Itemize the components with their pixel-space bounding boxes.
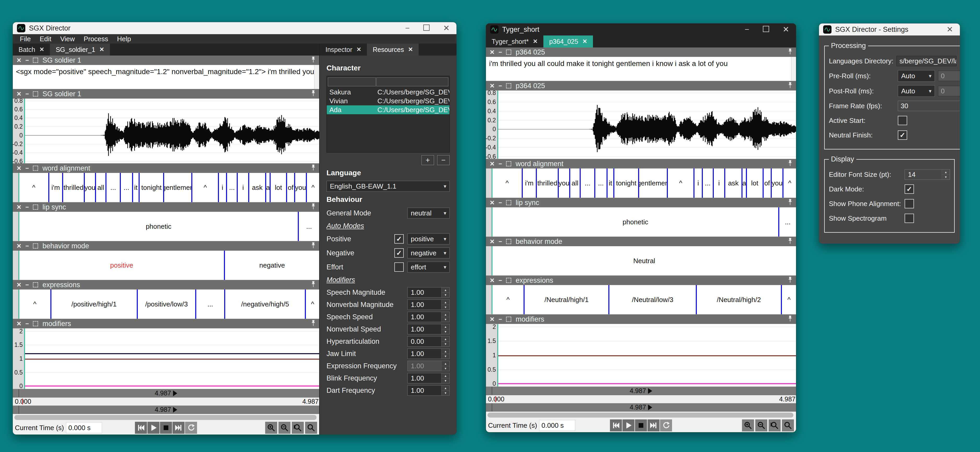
panel-expand-icon[interactable] xyxy=(33,91,38,97)
spin-down-icon[interactable]: ▾ xyxy=(442,293,449,298)
spin-up-icon[interactable]: ▴ xyxy=(442,349,449,354)
scrollbar[interactable] xyxy=(314,65,319,89)
track-segment[interactable]: ^ xyxy=(493,285,525,314)
modifier-spinbox[interactable]: 1.00▴▾ xyxy=(407,312,450,322)
panel-minimize-icon[interactable]: − xyxy=(25,204,29,210)
pin-icon[interactable] xyxy=(788,315,792,324)
track-segment[interactable]: a xyxy=(266,173,270,202)
track-segment[interactable]: ... xyxy=(703,168,714,198)
spin-down-icon[interactable]: ▾ xyxy=(442,305,449,310)
panel-close-icon[interactable]: ✕ xyxy=(490,316,495,322)
track-segment[interactable]: gentlemen xyxy=(164,173,192,202)
modifier-spinbox[interactable]: 1.00▴▾ xyxy=(407,349,450,359)
tab-close-icon[interactable]: ✕ xyxy=(533,38,538,45)
browse-folder-button[interactable] xyxy=(959,56,960,67)
show-spectrogram-checkbox[interactable]: ✓ xyxy=(905,214,914,223)
panel-minimize-icon[interactable]: − xyxy=(498,200,502,206)
track-segment[interactable]: ^ xyxy=(782,285,796,314)
panel-close-icon[interactable]: ✕ xyxy=(16,282,21,288)
skip-start-button[interactable] xyxy=(135,422,147,434)
loop-row-bottom[interactable]: 4.987 xyxy=(486,403,796,412)
spin-up-icon[interactable]: ▴ xyxy=(442,385,449,391)
text-editor-sg-soldier-1[interactable]: <sgx mode="positive" speech_magnitude="1… xyxy=(13,65,319,89)
track-segment[interactable]: thrilled xyxy=(63,173,85,202)
character-row[interactable]: SakuraC:/Users/berge/SG_DEV/SG_Characte.… xyxy=(327,88,449,97)
panel-expand-icon[interactable] xyxy=(33,243,38,249)
track-segment[interactable]: it xyxy=(133,173,140,202)
skip-start-button[interactable] xyxy=(610,419,622,431)
menu-item-edit[interactable]: Edit xyxy=(35,35,56,43)
track-segment[interactable]: of xyxy=(287,173,295,202)
document-tab-tyger-short-[interactable]: Tyger_short*✕ xyxy=(486,35,543,48)
track-segment[interactable]: you xyxy=(295,173,307,202)
track-segment[interactable]: /negative/high/5 xyxy=(225,290,306,319)
spinner-arrows[interactable]: ▴▾ xyxy=(441,385,449,395)
tab-close-icon[interactable]: ✕ xyxy=(99,46,104,53)
spin-up-icon[interactable]: ▴ xyxy=(442,312,449,317)
track-lip-sync[interactable]: phonetic... xyxy=(13,212,319,241)
languages-directory-input[interactable]: s/berge/SG_DEV/languages xyxy=(896,56,956,66)
pin-icon[interactable] xyxy=(311,320,315,328)
skip-end-button[interactable] xyxy=(172,422,185,434)
text-editor-p364-025[interactable]: i'm thrilled you all could make it tonig… xyxy=(486,57,796,81)
panel-close-icon[interactable]: ✕ xyxy=(490,161,495,167)
waveform-panel-sg-soldier-1[interactable]: 0.80.60.40.20-0.2-0.4-0.6 xyxy=(13,98,319,163)
track-segment[interactable]: /Neutral/low/3 xyxy=(609,285,697,314)
track-segment[interactable]: ... xyxy=(121,173,133,202)
playhead[interactable] xyxy=(498,324,498,387)
maximize-button[interactable] xyxy=(423,24,430,32)
waveform-panel-p364-025[interactable]: 0.80.60.40.20-0.2-0.4-0.6 xyxy=(486,90,796,159)
pin-icon[interactable] xyxy=(788,160,792,168)
zoom-out-button[interactable] xyxy=(278,422,291,434)
track-segment[interactable]: positive xyxy=(19,251,225,280)
track-segment[interactable]: ... xyxy=(107,173,121,202)
waveform-plot[interactable] xyxy=(498,90,796,159)
track-segment[interactable]: ^ xyxy=(307,173,319,202)
track-segment[interactable]: a xyxy=(743,168,747,198)
spinner-arrows[interactable]: ▴▾ xyxy=(441,336,449,346)
current-time-input[interactable]: 0.000 s xyxy=(539,420,575,431)
panel-minimize-icon[interactable]: − xyxy=(25,57,29,63)
show-phone-alignment-checkbox[interactable]: ✓ xyxy=(905,199,914,208)
spin-up-icon[interactable]: ▴ xyxy=(442,300,449,305)
panel-expand-icon[interactable] xyxy=(33,321,38,326)
modifiers-track[interactable]: 21.510.50 xyxy=(13,328,319,389)
menu-item-process[interactable]: Process xyxy=(80,35,113,43)
track-segment[interactable]: i'm xyxy=(49,173,63,202)
track-segment[interactable]: ^ xyxy=(668,168,695,198)
close-button[interactable]: ✕ xyxy=(443,24,450,32)
tab-close-icon[interactable]: ✕ xyxy=(40,46,44,53)
auto-mode-checkbox[interactable]: ✓ xyxy=(395,234,404,244)
zoom-fit-button[interactable] xyxy=(292,422,304,434)
modifier-spinbox[interactable]: 0.00▴▾ xyxy=(407,336,450,347)
panel-minimize-icon[interactable]: − xyxy=(498,49,502,55)
modifier-spinbox[interactable]: 1.00▴▾ xyxy=(407,324,450,335)
pin-icon[interactable] xyxy=(788,48,792,56)
track-segment[interactable]: ... xyxy=(779,207,796,236)
modifiers-plot[interactable] xyxy=(498,324,796,387)
track-segment[interactable]: ... xyxy=(227,173,238,202)
spin-up-icon[interactable]: ▴ xyxy=(442,373,449,379)
auto-mode-checkbox[interactable]: ✓ xyxy=(395,262,404,272)
loop-row-top[interactable]: 4.987 xyxy=(13,389,319,398)
track-segment[interactable]: lot xyxy=(747,168,764,198)
panel-expand-icon[interactable] xyxy=(33,58,38,63)
language-select[interactable]: English_GB-EAW_1.1 ▾ xyxy=(326,181,450,192)
track-behavior-mode[interactable]: positivenegative xyxy=(13,251,319,280)
track-segment[interactable]: /positive/high/1 xyxy=(51,290,138,319)
spinner-arrows[interactable]: ▴▾ xyxy=(942,170,950,179)
track-segment[interactable]: negative xyxy=(225,251,319,280)
spin-down-icon[interactable]: ▾ xyxy=(442,342,449,347)
maximize-button[interactable] xyxy=(763,25,769,33)
pin-icon[interactable] xyxy=(311,164,315,173)
loop-button[interactable] xyxy=(660,419,672,431)
document-tab-batch[interactable]: Batch✕ xyxy=(13,44,50,56)
zoom-out-button[interactable] xyxy=(755,419,767,431)
spinner-arrows[interactable]: ▴▾ xyxy=(441,349,449,358)
menu-item-file[interactable]: File xyxy=(15,35,35,43)
track-segment[interactable]: you xyxy=(772,168,783,198)
character-row[interactable]: VivianC:/Users/berge/SG_DEV/SG_Characte.… xyxy=(327,97,449,105)
scrollbar-thumb[interactable] xyxy=(487,412,793,417)
track-segment[interactable]: /Neutral/high/1 xyxy=(525,285,609,314)
panel-expand-icon[interactable] xyxy=(506,161,511,167)
